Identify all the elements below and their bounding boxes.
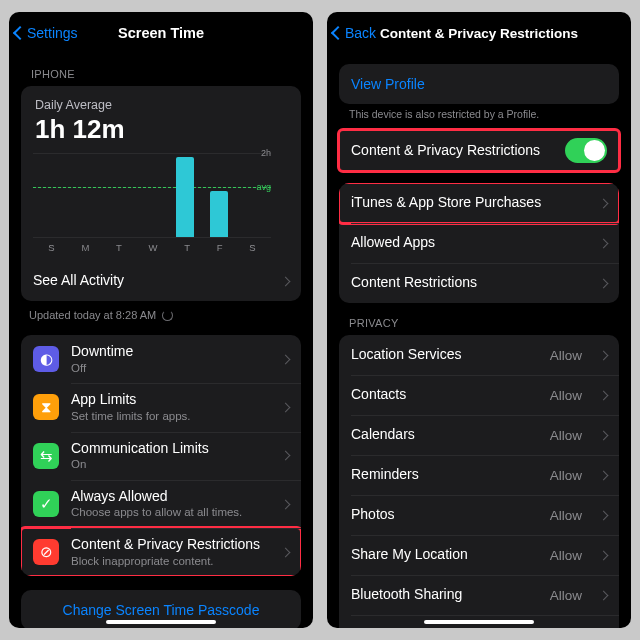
chevron-right-icon: [599, 350, 609, 360]
row-sub: On: [71, 458, 270, 472]
x-tick: F: [217, 242, 223, 253]
back-button[interactable]: Back: [333, 12, 376, 54]
row-value: Allow: [550, 388, 582, 403]
section-header-privacy: PRIVACY: [339, 303, 619, 335]
row-app-limits[interactable]: ⧗ App Limits Set time limits for apps.: [21, 383, 301, 431]
row-value: Allow: [550, 628, 582, 629]
row-title: Share My Location: [351, 546, 538, 564]
chevron-right-icon: [599, 430, 609, 440]
chevron-right-icon: [599, 590, 609, 600]
daily-average-value: 1h 12m: [21, 114, 301, 151]
row-content-restrictions[interactable]: Content Restrictions: [339, 263, 619, 303]
chevron-right-icon: [599, 238, 609, 248]
chevron-right-icon: [599, 198, 609, 208]
chevron-right-icon: [281, 451, 291, 461]
row-title: Contacts: [351, 386, 538, 404]
row-sub: Choose apps to allow at all times.: [71, 506, 270, 520]
hourglass-icon: ⧗: [33, 394, 59, 420]
row-title: Content Restrictions: [351, 274, 588, 292]
chevron-right-icon: [599, 510, 609, 520]
row-title: Microphone: [351, 626, 538, 628]
change-passcode-label: Change Screen Time Passcode: [63, 602, 260, 618]
row-title: Communication Limits: [71, 440, 270, 458]
row-downtime[interactable]: ◐ Downtime Off: [21, 335, 301, 383]
row-itunes-purchases[interactable]: iTunes & App Store Purchases: [339, 183, 619, 223]
row-title: Bluetooth Sharing: [351, 586, 538, 604]
back-button[interactable]: Settings: [15, 12, 78, 54]
row-privacy-bluetooth[interactable]: Bluetooth SharingAllow: [339, 575, 619, 615]
row-privacy-reminders[interactable]: RemindersAllow: [339, 455, 619, 495]
chart-bar: [210, 191, 228, 237]
chevron-left-icon: [331, 26, 345, 40]
row-value: Allow: [550, 508, 582, 523]
home-indicator[interactable]: [424, 620, 534, 624]
x-tick: T: [116, 242, 122, 253]
screen-time-screen: Settings Screen Time IPHONE Daily Averag…: [9, 12, 313, 628]
moon-icon: ◐: [33, 346, 59, 372]
row-value: Allow: [550, 348, 582, 363]
x-tick: W: [149, 242, 158, 253]
toggle-on-icon[interactable]: [565, 138, 607, 163]
row-title: Content & Privacy Restrictions: [71, 536, 270, 554]
privacy-card: Location ServicesAllowContactsAllowCalen…: [339, 335, 619, 628]
people-icon: ⇆: [33, 443, 59, 469]
back-label: Back: [345, 25, 376, 41]
x-tick: T: [184, 242, 190, 253]
chevron-right-icon: [599, 550, 609, 560]
no-entry-icon: ⊘: [33, 539, 59, 565]
row-title: iTunes & App Store Purchases: [351, 194, 588, 212]
view-profile[interactable]: View Profile: [339, 64, 619, 104]
row-content-privacy[interactable]: ⊘ Content & Privacy Restrictions Block i…: [21, 528, 301, 576]
row-sub: Set time limits for apps.: [71, 410, 270, 424]
page-title: Screen Time: [118, 25, 204, 41]
spinner-icon: [162, 310, 173, 321]
daily-average-label: Daily Average: [21, 86, 301, 114]
row-privacy-location[interactable]: Location ServicesAllow: [339, 335, 619, 375]
row-title: Location Services: [351, 346, 538, 364]
section-header-iphone: IPHONE: [21, 54, 301, 86]
usage-card: Daily Average 1h 12m 2havg SMTWTFS See A…: [21, 86, 301, 301]
row-allowed-apps[interactable]: Allowed Apps: [339, 223, 619, 263]
restrictions-card: iTunes & App Store Purchases Allowed App…: [339, 183, 619, 303]
chart-bar: [176, 157, 194, 237]
chevron-right-icon: [281, 402, 291, 412]
see-all-activity[interactable]: See All Activity: [21, 261, 301, 301]
row-privacy-share[interactable]: Share My LocationAllow: [339, 535, 619, 575]
row-title: Always Allowed: [71, 488, 270, 506]
row-always-allowed[interactable]: ✓ Always Allowed Choose apps to allow at…: [21, 480, 301, 528]
row-value: Allow: [550, 468, 582, 483]
options-card: ◐ Downtime Off ⧗ App Limits Set time lim…: [21, 335, 301, 576]
view-profile-label: View Profile: [351, 76, 425, 92]
updated-label: Updated today at 8:28 AM: [29, 309, 156, 321]
row-title: Downtime: [71, 343, 270, 361]
profile-card: View Profile: [339, 64, 619, 104]
cpr-toggle-row[interactable]: Content & Privacy Restrictions: [339, 130, 619, 171]
chevron-right-icon: [599, 390, 609, 400]
row-communication-limits[interactable]: ⇆ Communication Limits On: [21, 432, 301, 480]
x-tick: S: [249, 242, 255, 253]
nav-bar: Settings Screen Time: [9, 12, 313, 54]
row-privacy-calendars[interactable]: CalendarsAllow: [339, 415, 619, 455]
row-title: App Limits: [71, 391, 270, 409]
cpr-label: Content & Privacy Restrictions: [351, 142, 553, 160]
row-sub: Block inappropriate content.: [71, 555, 270, 569]
chevron-left-icon: [13, 26, 27, 40]
profile-footnote: This device is also restricted by a Prof…: [339, 104, 619, 130]
chevron-right-icon: [281, 547, 291, 557]
chevron-right-icon: [281, 276, 291, 286]
row-privacy-photos[interactable]: PhotosAllow: [339, 495, 619, 535]
cpr-toggle-card: Content & Privacy Restrictions: [339, 130, 619, 171]
usage-chart: 2havg SMTWTFS: [33, 153, 289, 253]
row-value: Allow: [550, 588, 582, 603]
row-value: Allow: [550, 428, 582, 443]
chevron-right-icon: [281, 499, 291, 509]
row-title: Allowed Apps: [351, 234, 588, 252]
chevron-right-icon: [599, 278, 609, 288]
home-indicator[interactable]: [106, 620, 216, 624]
row-privacy-contacts[interactable]: ContactsAllow: [339, 375, 619, 415]
chevron-right-icon: [599, 470, 609, 480]
chevron-right-icon: [281, 354, 291, 364]
row-sub: Off: [71, 362, 270, 376]
row-title: Photos: [351, 506, 538, 524]
row-value: Allow: [550, 548, 582, 563]
